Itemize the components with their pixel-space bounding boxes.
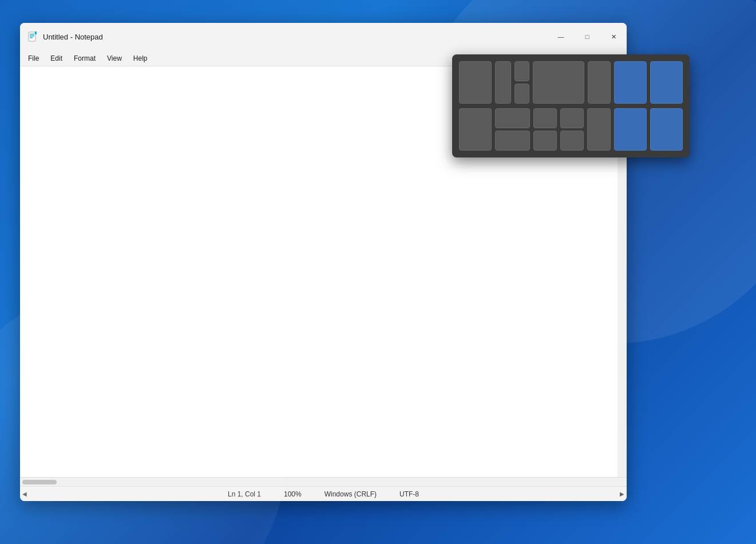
svg-rect-3 <box>30 37 33 38</box>
horizontal-scrollbar[interactable] <box>20 477 627 486</box>
snap-layout-3[interactable] <box>533 61 584 104</box>
notepad-icon <box>27 31 38 42</box>
window-title: Untitled - Notepad <box>43 33 103 41</box>
snap-layout-2-top[interactable] <box>514 61 529 81</box>
snap-r2-layout-2-bottom[interactable] <box>495 131 530 151</box>
svg-rect-4 <box>35 31 37 34</box>
cursor-position: Ln 1, Col 1 <box>228 490 261 498</box>
snap-layout-2-stack <box>514 61 529 104</box>
snap-row-1 <box>459 61 683 104</box>
menu-format[interactable]: Format <box>68 52 101 65</box>
snap-r2-layout-1[interactable] <box>459 108 492 151</box>
minimize-button[interactable]: — <box>548 23 574 50</box>
snap-r2-stack-right-top[interactable] <box>560 108 584 128</box>
snap-r2-layout-4[interactable] <box>587 108 611 151</box>
snap-layout-4[interactable] <box>588 61 611 104</box>
svg-rect-1 <box>30 34 34 35</box>
snap-r2-layout-5[interactable] <box>614 108 647 151</box>
snap-layout-2-left[interactable] <box>495 61 511 104</box>
zoom-level: 100% <box>284 490 302 498</box>
status-bar-content: Ln 1, Col 1 100% Windows (CRLF) UTF-8 <box>29 490 618 498</box>
snap-r2-stack-right <box>560 108 584 151</box>
title-bar-left: Untitled - Notepad <box>27 31 103 42</box>
close-button[interactable]: ✕ <box>600 23 627 50</box>
snap-r2-layout-2-top[interactable] <box>495 108 530 128</box>
snap-r2-stack-left <box>533 108 557 151</box>
menu-file[interactable]: File <box>22 52 45 65</box>
line-ending: Windows (CRLF) <box>324 490 377 498</box>
status-bar: ◀ Ln 1, Col 1 100% Windows (CRLF) UTF-8 … <box>20 486 627 501</box>
snap-layouts-popup <box>452 54 690 157</box>
snap-r2-layout-2-stack <box>495 108 530 151</box>
encoding: UTF-8 <box>399 490 419 498</box>
snap-layout-1[interactable] <box>459 61 492 104</box>
menu-edit[interactable]: Edit <box>45 52 68 65</box>
snap-layout-2-bottom[interactable] <box>514 84 529 104</box>
svg-rect-2 <box>30 36 34 37</box>
menu-help[interactable]: Help <box>128 52 153 65</box>
snap-layout-6[interactable] <box>650 61 683 104</box>
svg-rect-0 <box>29 32 35 41</box>
title-bar-controls: — □ ✕ <box>548 23 627 50</box>
snap-r2-stack-left-bot[interactable] <box>533 131 557 151</box>
menu-view[interactable]: View <box>101 52 128 65</box>
snap-row-2 <box>459 108 683 151</box>
snap-r2-stack-right-bot[interactable] <box>560 131 584 151</box>
maximize-button[interactable]: □ <box>574 23 600 50</box>
scroll-left-button[interactable]: ◀ <box>20 487 29 502</box>
title-bar: Untitled - Notepad — □ ✕ <box>20 23 627 50</box>
snap-r2-stack-left-top[interactable] <box>533 108 557 128</box>
hscrollbar-thumb[interactable] <box>22 480 57 484</box>
snap-r2-layout-6[interactable] <box>650 108 683 151</box>
snap-layout-5[interactable] <box>614 61 647 104</box>
scroll-right-button[interactable]: ▶ <box>618 487 627 502</box>
